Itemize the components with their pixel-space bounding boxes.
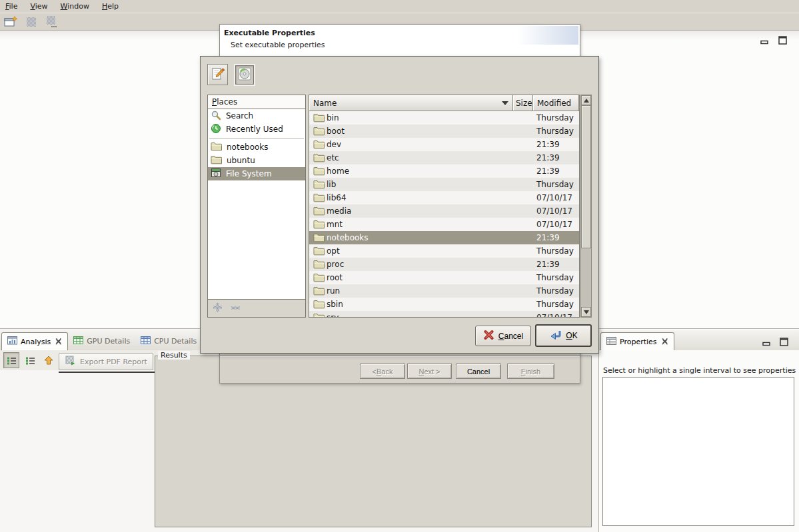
place-notebooks[interactable]: notebooks xyxy=(208,140,305,154)
chooser-cancel-button[interactable]: Cancel xyxy=(475,326,531,346)
up-arrow-button[interactable] xyxy=(41,352,57,368)
tab-properties[interactable]: Properties xyxy=(600,332,674,350)
export-pdf-button[interactable]: Export PDF Report xyxy=(59,353,153,370)
folder-icon xyxy=(309,180,327,189)
places-header[interactable]: Places xyxy=(208,95,305,109)
tab-analysis[interactable]: Analysis xyxy=(1,332,68,350)
header-gradient xyxy=(517,26,578,45)
folder-icon xyxy=(309,233,327,242)
file-row-etc[interactable]: etc21:39 xyxy=(309,151,579,164)
file-name: proc xyxy=(327,260,513,269)
recently-used-icon xyxy=(211,123,221,136)
wizard-separator xyxy=(220,356,580,356)
tab-gpu-details[interactable]: GPU Details xyxy=(68,332,135,350)
folder-icon xyxy=(309,166,327,176)
new-session-button[interactable] xyxy=(3,15,18,29)
place-label: Search xyxy=(226,111,253,121)
file-modified: Thursday xyxy=(533,246,579,256)
file-modified: 21:39 xyxy=(533,166,579,176)
wizard-subtitle: Set executable properties xyxy=(231,41,325,49)
file-list: Name Size Modified binThursdaybootThursd… xyxy=(309,95,580,318)
file-name: dev xyxy=(327,140,513,149)
file-name: srv xyxy=(327,313,513,317)
cpu-table-icon xyxy=(141,336,151,346)
analysis-chart-icon xyxy=(7,336,17,347)
place-label: Recently Used xyxy=(226,125,283,134)
maximize-view-icon[interactable] xyxy=(780,338,789,349)
maximize-icon[interactable] xyxy=(778,36,788,47)
close-icon[interactable] xyxy=(662,338,668,345)
folder-icon xyxy=(211,142,222,153)
file-row-sbin[interactable]: sbinThursday xyxy=(309,298,579,311)
file-row-bin[interactable]: binThursday xyxy=(309,111,579,125)
properties-message: Select or highlight a single interval to… xyxy=(603,366,796,375)
file-name: bin xyxy=(327,113,513,123)
column-header-size[interactable]: Size xyxy=(513,95,533,111)
scrollbar-thumb[interactable] xyxy=(581,105,591,248)
next-button[interactable]: Next > xyxy=(407,364,452,379)
scroll-up-button[interactable] xyxy=(581,95,591,105)
chooser-ok-button[interactable]: OK xyxy=(535,324,592,347)
file-row-srv[interactable]: srv07/10/17 xyxy=(309,311,579,317)
file-modified: Thursday xyxy=(533,113,579,123)
file-row-proc[interactable]: proc21:39 xyxy=(309,258,579,271)
menu-file[interactable]: File xyxy=(5,1,23,12)
remove-place-button[interactable] xyxy=(230,304,241,313)
folder-icon xyxy=(309,313,327,317)
file-list-rows: binThursdaybootThursdaydev21:39etc21:39h… xyxy=(309,111,579,317)
add-place-button[interactable] xyxy=(212,302,223,315)
place-recently-used[interactable]: Recently Used xyxy=(208,123,305,136)
minimize-view-icon[interactable] xyxy=(762,340,771,348)
file-row-dev[interactable]: dev21:39 xyxy=(309,138,579,151)
search-icon xyxy=(211,110,221,123)
column-header-modified[interactable]: Modified xyxy=(533,95,579,111)
file-modified: Thursday xyxy=(533,273,579,282)
scroll-down-button[interactable] xyxy=(581,307,591,317)
file-chooser-dialog: Places Search Recently Used notebooks ub… xyxy=(200,56,599,354)
cancel-button[interactable]: Cancel xyxy=(456,364,501,379)
file-row-opt[interactable]: optThursday xyxy=(309,244,579,258)
chooser-cancel-label: Cancel xyxy=(498,332,523,341)
drive-icon xyxy=(211,168,221,180)
folder-icon xyxy=(309,127,327,136)
tab-cpu-details[interactable]: CPU Details xyxy=(135,332,202,350)
folder-icon xyxy=(211,155,222,166)
menu-window[interactable]: Window xyxy=(61,1,95,12)
minimize-icon[interactable] xyxy=(760,38,769,47)
file-row-boot[interactable]: bootThursday xyxy=(309,125,579,138)
finish-button[interactable]: Finish xyxy=(507,364,554,379)
file-row-lib64[interactable]: lib6407/10/17 xyxy=(309,191,579,204)
file-modified: 21:39 xyxy=(533,153,579,162)
file-row-run[interactable]: runThursday xyxy=(309,284,579,298)
place-file-system[interactable]: File System xyxy=(208,167,305,180)
place-ubuntu[interactable]: ubuntu xyxy=(208,154,305,167)
list-view-button-active[interactable] xyxy=(3,352,19,368)
file-row-home[interactable]: home21:39 xyxy=(309,164,579,178)
folder-icon xyxy=(309,246,327,256)
places-separator xyxy=(209,138,304,138)
tab-gpu-details-label: GPU Details xyxy=(87,337,130,346)
file-name: etc xyxy=(327,153,513,162)
file-list-scrollbar[interactable] xyxy=(580,95,592,318)
sort-arrow-icon xyxy=(502,101,508,105)
list-view-button[interactable] xyxy=(22,352,38,368)
close-icon[interactable] xyxy=(55,338,62,345)
tab-properties-label: Properties xyxy=(620,338,657,346)
open-location-button[interactable] xyxy=(235,65,254,85)
menu-help[interactable]: Help xyxy=(102,1,125,12)
place-search[interactable]: Search xyxy=(208,109,305,123)
file-row-root[interactable]: rootThursday xyxy=(309,271,579,284)
file-row-lib[interactable]: libThursday xyxy=(309,178,579,191)
type-filename-button[interactable] xyxy=(207,64,228,85)
file-row-mnt[interactable]: mnt07/10/17 xyxy=(309,218,579,231)
menu-view[interactable]: View xyxy=(30,1,53,12)
folder-icon xyxy=(309,286,327,296)
folder-icon xyxy=(309,113,327,123)
file-row-media[interactable]: media07/10/17 xyxy=(309,204,579,218)
disabled-tool-icon xyxy=(24,15,39,29)
back-button[interactable]: < Back xyxy=(360,364,405,379)
properties-view: Properties Select or highlight a single … xyxy=(598,328,799,532)
file-row-notebooks[interactable]: notebooks21:39 xyxy=(309,231,579,244)
pencil-edit-icon xyxy=(211,67,225,83)
column-header-name[interactable]: Name xyxy=(309,95,513,111)
